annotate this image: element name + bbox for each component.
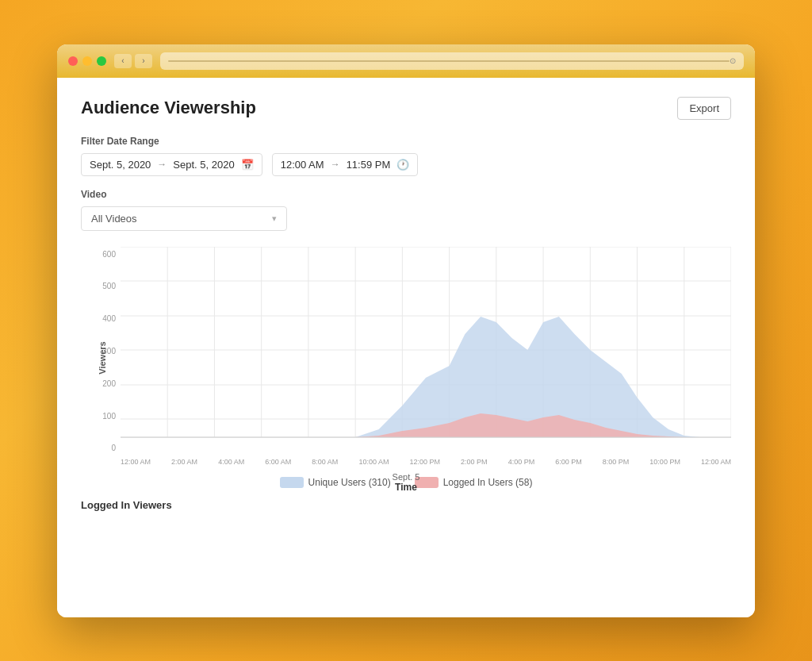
- date-range-row: Sept. 5, 2020 → Sept. 5, 2020 📅 12:00 AM…: [81, 153, 731, 176]
- y-label-400: 400: [102, 314, 121, 323]
- chart-time-label: Time: [81, 482, 731, 493]
- chevron-down-icon: ▾: [272, 213, 277, 224]
- end-date-text: Sept. 5, 2020: [173, 159, 234, 171]
- close-button[interactable]: [68, 56, 78, 66]
- x-label-600am: 6:00 AM: [265, 458, 291, 466]
- page-title: Audience Viewership: [81, 98, 256, 118]
- filter-label: Filter Date Range: [81, 136, 731, 147]
- x-label-800pm: 8:00 PM: [603, 458, 630, 466]
- page-header: Audience Viewership Export: [81, 97, 731, 120]
- x-axis-labels: 12:00 AM 2:00 AM 4:00 AM 6:00 AM 8:00 AM…: [121, 458, 731, 466]
- filter-section: Filter Date Range Sept. 5, 2020 → Sept. …: [81, 136, 731, 176]
- x-label-200am: 2:00 AM: [171, 458, 197, 466]
- start-date-text: Sept. 5, 2020: [90, 159, 151, 171]
- end-time-text: 11:59 PM: [347, 159, 391, 171]
- x-label-1000am: 10:00 AM: [358, 458, 389, 466]
- start-time-text: 12:00 AM: [281, 159, 324, 171]
- y-label-200: 200: [102, 379, 121, 388]
- chart-date-label: Sept. 5: [81, 472, 731, 482]
- browser-window: ‹ › ⊙ Audience Viewership Export Filter …: [57, 44, 755, 617]
- chart-container: Viewers 600 500 400 300 200 100 0: [81, 247, 731, 469]
- chart-svg: [121, 247, 731, 453]
- page-content: Audience Viewership Export Filter Date R…: [57, 78, 755, 617]
- x-label-400pm: 4:00 PM: [508, 458, 535, 466]
- y-label-0: 0: [111, 444, 121, 452]
- time-input[interactable]: 12:00 AM → 11:59 PM 🕐: [272, 153, 419, 176]
- y-label-600: 600: [102, 250, 121, 259]
- back-button[interactable]: ‹: [114, 54, 132, 68]
- address-bar[interactable]: ⊙: [160, 52, 744, 70]
- calendar-icon: 📅: [241, 159, 254, 171]
- x-label-800am: 8:00 AM: [312, 458, 338, 466]
- x-label-1200am-end: 12:00 AM: [701, 458, 731, 466]
- y-label-100: 100: [102, 412, 121, 421]
- logged-in-section-label: Logged In Viewers: [81, 499, 172, 511]
- nav-buttons: ‹ ›: [114, 54, 152, 68]
- x-label-200pm: 2:00 PM: [461, 458, 488, 466]
- chart-area: 600 500 400 300 200 100 0: [81, 247, 731, 469]
- maximize-button[interactable]: [97, 56, 106, 66]
- export-button[interactable]: Export: [677, 97, 731, 120]
- clock-icon: 🕐: [396, 159, 409, 171]
- date-start-input[interactable]: Sept. 5, 2020 → Sept. 5, 2020 📅: [81, 153, 262, 176]
- video-label: Video: [81, 189, 731, 200]
- y-label-500: 500: [102, 282, 121, 290]
- x-label-1000pm: 10:00 PM: [649, 458, 680, 466]
- chart-inner: 12:00 AM 2:00 AM 4:00 AM 6:00 AM 8:00 AM…: [121, 247, 731, 469]
- video-select-dropdown[interactable]: All Videos ▾: [81, 206, 287, 231]
- y-axis-title: Viewers: [98, 341, 107, 374]
- x-label-600pm: 6:00 PM: [555, 458, 582, 466]
- time-arrow-icon: →: [331, 159, 340, 170]
- logged-in-section: Logged In Viewers: [81, 499, 731, 511]
- x-label-1200pm: 12:00 PM: [409, 458, 440, 466]
- refresh-icon: ⊙: [730, 56, 736, 65]
- arrow-icon: →: [157, 159, 167, 170]
- minimize-button[interactable]: [82, 56, 92, 66]
- chart-footer: Sept. 5 Time: [81, 472, 731, 493]
- x-label-400am: 4:00 AM: [218, 458, 244, 466]
- address-dots: [168, 60, 730, 62]
- browser-titlebar: ‹ › ⊙: [57, 44, 755, 78]
- x-label-1200am: 12:00 AM: [121, 458, 151, 466]
- video-select-value: All Videos: [91, 213, 137, 225]
- forward-button[interactable]: ›: [135, 54, 152, 68]
- traffic-lights: [68, 56, 106, 66]
- video-section: Video All Videos ▾: [81, 189, 731, 231]
